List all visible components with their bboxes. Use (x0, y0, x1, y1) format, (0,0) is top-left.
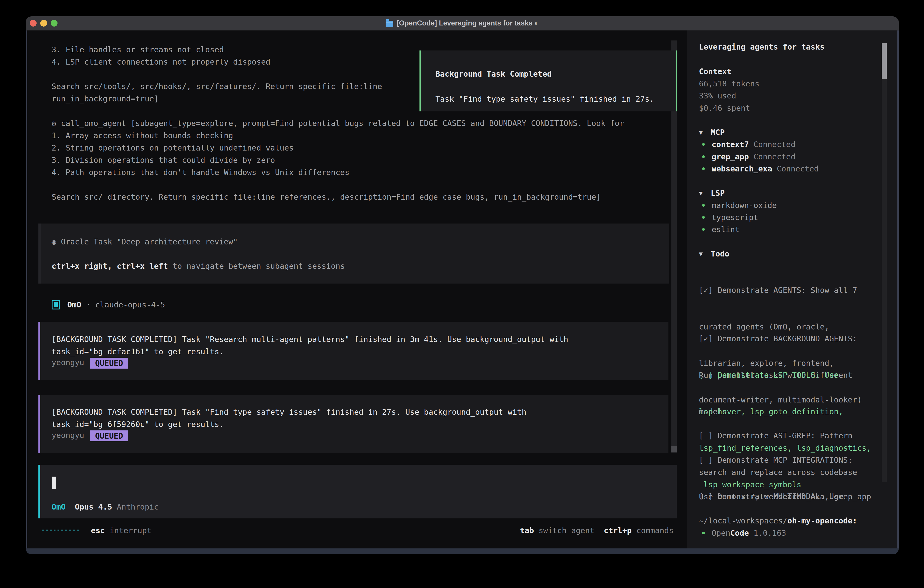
message-text-line: [BACKGROUND TASK COMPLETED] Task "Resear… (52, 333, 568, 345)
mcp-item: context7 Connected (699, 139, 795, 151)
window-bottom-bar (26, 548, 899, 554)
oracle-task-icon: ◉ (52, 237, 56, 246)
text-cursor (52, 477, 56, 489)
status-dot-icon (702, 204, 705, 207)
window-border-right (897, 30, 899, 548)
esc-key-label: interrupt (105, 524, 152, 537)
chevron-down-icon: ▼ (699, 248, 711, 260)
message-text-line: task_id="bg_dcfac161" to get results. (52, 345, 224, 358)
scrollback-line: 4. LSP client connections not properly d… (52, 56, 271, 68)
prompt-input[interactable]: OmO Opus 4.5 Anthropic (38, 465, 676, 519)
window-title: [OpenCode] Leveraging agents for tasks ◐ (386, 19, 539, 27)
scrollback-line: 2. String operations on potentially unde… (52, 142, 294, 154)
sidebar-scrollbar-thumb[interactable] (882, 43, 887, 79)
title-bar: [OpenCode] Leveraging agents for tasks ◐ (26, 17, 899, 30)
status-dot-icon (702, 228, 705, 231)
esc-key-hint: esc (91, 524, 105, 537)
context-heading: Context (699, 66, 731, 78)
version-row: OpenCode 1.0.163 (699, 527, 786, 539)
input-model-name: Opus 4.5 (66, 502, 112, 511)
input-provider-name: Anthropic (112, 502, 159, 511)
scrollback-line: run_in_background=true] (52, 92, 159, 105)
hint-key-ctrlx-right: ctrl+x right, (52, 261, 117, 271)
window-border-left (26, 30, 27, 548)
lsp-section-header[interactable]: ▼LSP (699, 187, 724, 200)
scrollback-line: 4. Path operations that don't handle Win… (52, 166, 350, 178)
terminal-window: [OpenCode] Leveraging agents for tasks ◐… (26, 17, 899, 554)
mcp-item: websearch_exa Connected (699, 163, 819, 175)
agent-status-icon (52, 300, 60, 309)
agent-name: OmO (67, 300, 81, 309)
tab-key-hint: tab (520, 526, 534, 535)
ctrlp-key-label: commands (632, 526, 673, 535)
statusbar-right: tab switch agent ctrl+p commands (520, 524, 674, 537)
background-task-message: [BACKGROUND TASK COMPLETED] Task "Resear… (38, 322, 668, 380)
version-number: 1.0.163 (749, 529, 786, 537)
working-spinner-dots (42, 530, 79, 531)
tool-call-line: ⚙ call_omo_agent [subagent_type=explore,… (52, 117, 624, 129)
gear-icon: ⚙ (52, 119, 56, 128)
model-row: OmO Opus 4.5 Anthropic (52, 501, 159, 513)
status-dot-icon (702, 532, 705, 534)
toast-body: Task "Find type safety issues" finished … (436, 93, 654, 105)
oracle-task-panel: ◉ Oracle Task "Deep architecture review"… (38, 223, 669, 284)
window-title-text: [OpenCode] Leveraging agents for tasks ◐ (396, 19, 539, 27)
subagent-nav-hint: ctrl+x right, ctrl+x left to navigate be… (52, 260, 345, 272)
input-agent-name: OmO (52, 502, 66, 511)
background-task-toast: Background Task Completed Task "Find typ… (419, 51, 677, 111)
status-badge: QUEUED (90, 358, 128, 368)
message-text-line: task_id="bg_6f59260c" to get results. (52, 418, 224, 430)
lsp-item: typescript (699, 211, 758, 224)
status-badge: QUEUED (90, 430, 128, 441)
zoom-button[interactable] (51, 20, 58, 26)
background-task-message: [BACKGROUND TASK COMPLETED] Task "Find t… (38, 395, 668, 453)
lsp-item: markdown-oxide (699, 200, 777, 212)
main-scrollbar-thumb[interactable] (672, 446, 676, 453)
status-dot-icon (702, 155, 705, 158)
workspace-path: ~/local-workspaces/oh-my-opencode: maste… (699, 491, 857, 554)
scrollback-line: 3. File handles or streams not closed (52, 43, 224, 56)
message-user: yeongyu (52, 358, 84, 367)
sidebar-scrollbar-track[interactable] (882, 43, 887, 482)
status-dot-icon (702, 167, 705, 170)
context-spent: $0.46 spent (699, 102, 750, 114)
scrollback-line: 3. Division operations that could divide… (52, 154, 275, 166)
message-meta-row: yeongyuQUEUED (52, 356, 128, 368)
scrollback-line: 1. Array access without bounds checking (52, 129, 233, 142)
ctrlp-key-hint: ctrl+p (604, 526, 632, 535)
lsp-item: eslint (699, 223, 739, 236)
minimize-button[interactable] (40, 20, 47, 26)
session-title: Leveraging agents for tasks (699, 41, 825, 53)
message-user: yeongyu (52, 431, 84, 440)
scrollback-line: Search src/tools/, src/hooks/, src/featu… (52, 80, 382, 92)
chevron-down-icon: ▼ (699, 126, 711, 139)
folder-icon (386, 21, 393, 27)
close-button[interactable] (30, 20, 36, 26)
message-meta-row: yeongyuQUEUED (52, 429, 128, 441)
session-sidebar: Leveraging agents for tasks Context 66,5… (686, 30, 897, 548)
oracle-task-title: ◉ Oracle Task "Deep architecture review" (52, 236, 238, 248)
hint-key-ctrlx-left: ctrl+x left (117, 261, 168, 271)
statusbar-left: esc interrupt (42, 524, 152, 537)
tab-key-label: switch agent (534, 526, 594, 535)
status-dot-icon (702, 143, 705, 146)
context-tokens: 66,518 tokens (699, 78, 759, 90)
toast-title: Background Task Completed (436, 68, 552, 80)
message-text-line: [BACKGROUND TASK COMPLETED] Task "Find t… (52, 406, 526, 418)
scrollback-line: Search src/ directory. Return specific f… (52, 191, 601, 203)
mcp-item: grep_app Connected (699, 151, 795, 163)
agent-model: claude-opus-4-5 (95, 300, 165, 309)
context-used: 33% used (699, 90, 736, 102)
subagent-session-row[interactable]: OmO · claude-opus-4-5 (52, 299, 165, 311)
agent-separator: · (81, 300, 95, 309)
todo-section-header[interactable]: ▼Todo (699, 248, 729, 260)
status-dot-icon (702, 216, 705, 219)
chevron-down-icon: ▼ (699, 187, 711, 200)
tool-call-text: call_omo_agent [subagent_type=explore, p… (56, 119, 624, 128)
mcp-section-header[interactable]: ▼MCP (699, 126, 724, 139)
